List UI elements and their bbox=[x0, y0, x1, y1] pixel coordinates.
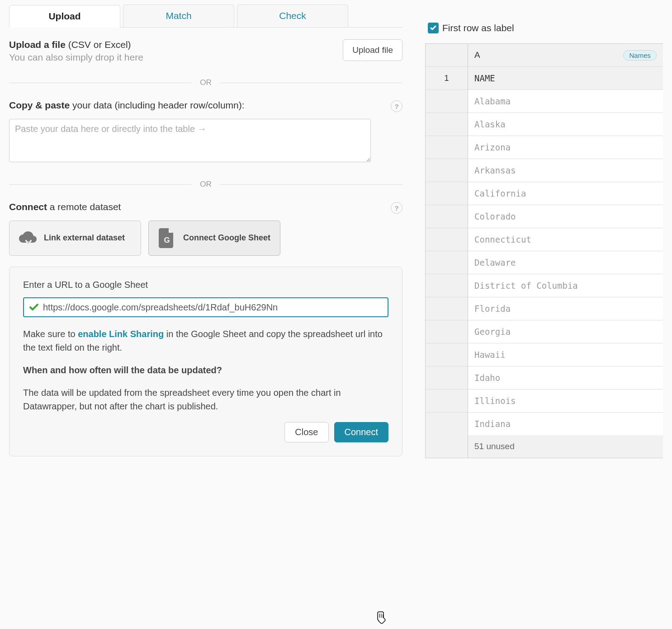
checkbox-label: First row as label bbox=[442, 23, 514, 33]
first-row-label-checkbox[interactable] bbox=[428, 23, 439, 33]
row-number bbox=[426, 251, 468, 274]
row-number bbox=[426, 320, 468, 343]
data-cell[interactable]: Colorado bbox=[468, 205, 663, 228]
row-number bbox=[426, 90, 468, 113]
cloud-link-icon bbox=[18, 228, 38, 248]
column-header[interactable]: A Names bbox=[468, 44, 663, 66]
row-number bbox=[426, 113, 468, 136]
tab-upload[interactable]: Upload bbox=[9, 5, 120, 28]
link-external-dataset-button[interactable]: Link external dataset bbox=[9, 221, 141, 256]
data-cell[interactable]: Indiana bbox=[468, 413, 663, 435]
panel-question: When and how often will the data be upda… bbox=[23, 363, 388, 377]
data-cell[interactable]: California bbox=[468, 182, 663, 205]
row-number bbox=[426, 297, 468, 320]
google-sheet-url-input[interactable] bbox=[43, 302, 383, 313]
help-icon[interactable]: ? bbox=[391, 100, 402, 112]
row-number bbox=[426, 274, 468, 297]
tab-match[interactable]: Match bbox=[123, 5, 234, 27]
tab-check[interactable]: Check bbox=[237, 5, 348, 27]
google-sheet-panel: Enter a URL to a Google Sheet Make sure … bbox=[9, 267, 402, 456]
data-cell[interactable]: Arizona bbox=[468, 136, 663, 159]
row-number bbox=[426, 366, 468, 389]
unused-count: 51 unused bbox=[468, 435, 663, 458]
data-cell[interactable]: Alaska bbox=[468, 113, 663, 136]
data-cell[interactable]: Arkansas bbox=[468, 159, 663, 182]
check-icon bbox=[28, 302, 39, 313]
row-number: 1 bbox=[426, 67, 468, 89]
data-cell[interactable]: Connecticut bbox=[468, 228, 663, 251]
or-divider: OR bbox=[9, 78, 402, 87]
row-number bbox=[426, 159, 468, 182]
upload-subtitle: You can also simply drop it here bbox=[9, 52, 143, 63]
row-number bbox=[426, 413, 468, 435]
or-divider: OR bbox=[9, 180, 402, 189]
data-cell[interactable]: Alabama bbox=[468, 90, 663, 113]
row-number bbox=[426, 228, 468, 251]
paste-textarea[interactable] bbox=[9, 119, 371, 162]
svg-text:G: G bbox=[164, 236, 170, 244]
enable-link-sharing-link[interactable]: enable Link Sharing bbox=[78, 329, 164, 339]
corner-cell bbox=[426, 44, 468, 66]
data-cell[interactable]: Florida bbox=[468, 297, 663, 320]
close-button[interactable]: Close bbox=[284, 422, 328, 442]
data-cell[interactable]: Idaho bbox=[468, 366, 663, 389]
data-cell[interactable]: Delaware bbox=[468, 251, 663, 274]
help-icon[interactable]: ? bbox=[391, 202, 402, 214]
data-cell[interactable]: District of Columbia bbox=[468, 274, 663, 297]
upload-file-button[interactable]: Upload file bbox=[343, 39, 402, 61]
panel-answer: The data will be updated from the spread… bbox=[23, 386, 388, 413]
header-cell[interactable]: NAME bbox=[468, 67, 663, 89]
row-number bbox=[426, 435, 468, 458]
url-input-label: Enter a URL to a Google Sheet bbox=[23, 280, 388, 290]
connect-label: Connect a remote dataset bbox=[9, 202, 121, 212]
row-number bbox=[426, 136, 468, 159]
tabs: Upload Match Check bbox=[9, 5, 402, 28]
data-cell[interactable]: Hawaii bbox=[468, 343, 663, 366]
cursor-icon bbox=[375, 611, 387, 624]
row-number bbox=[426, 205, 468, 228]
column-type-badge: Names bbox=[623, 50, 657, 61]
paste-label: Copy & paste your data (including header… bbox=[9, 100, 245, 111]
data-cell[interactable]: Illinois bbox=[468, 390, 663, 412]
row-number bbox=[426, 390, 468, 412]
row-number bbox=[426, 343, 468, 366]
google-sheet-icon: G bbox=[157, 228, 177, 248]
panel-hint: Make sure to enable Link Sharing in the … bbox=[23, 327, 388, 354]
connect-google-sheet-button[interactable]: G Connect Google Sheet bbox=[148, 221, 280, 256]
row-number bbox=[426, 182, 468, 205]
data-table: A Names 1 NAME AlabamaAlaskaArizonaArkan… bbox=[425, 43, 663, 458]
data-cell[interactable]: Georgia bbox=[468, 320, 663, 343]
connect-button[interactable]: Connect bbox=[334, 422, 389, 442]
upload-title: Upload a file (CSV or Excel) bbox=[9, 39, 143, 50]
